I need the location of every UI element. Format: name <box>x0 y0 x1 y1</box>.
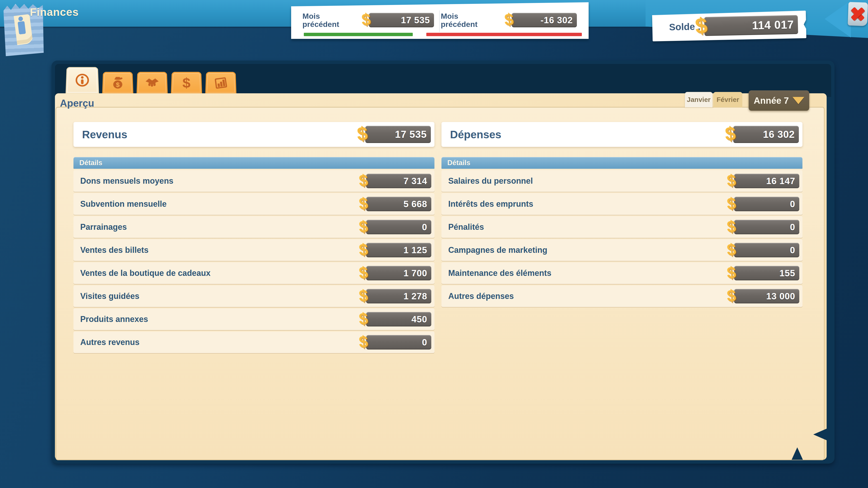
table-row: Pénalités $ 0 <box>441 216 802 238</box>
currency-icon: $ <box>726 194 737 213</box>
row-label: Produits annexes <box>80 315 148 324</box>
table-row: Ventes des billets $ 1 125 <box>73 239 434 261</box>
currency-icon: $ <box>358 194 369 213</box>
money-bag-icon: $ <box>110 75 125 90</box>
row-label: Ventes des billets <box>80 246 149 255</box>
previous-month-summary: Mois précédent $ 17 535 Mois précédent $… <box>291 2 589 39</box>
row-amount: $ 450 <box>366 312 431 326</box>
expenses-column: Dépenses $ 16 302 Détails Salaires du pe… <box>441 122 802 307</box>
income-status-bar <box>304 33 413 36</box>
currency-icon: $ <box>726 286 737 305</box>
row-label: Autres revenus <box>80 337 140 347</box>
currency-icon: $ <box>358 171 369 190</box>
expenses-rows: Salaires du personnel $ 16 147 Intérêts … <box>441 170 802 307</box>
row-label: Dons mensuels moyens <box>80 176 174 186</box>
chevron-down-icon <box>793 97 804 104</box>
month-tab-fevrier[interactable]: Février <box>713 92 742 107</box>
summary-divider <box>439 10 440 32</box>
row-amount: $ 16 147 <box>734 174 799 188</box>
currency-icon: $ <box>358 240 369 259</box>
row-label: Pénalités <box>448 222 484 232</box>
table-row: Subvention mensuelle $ 5 668 <box>73 193 434 215</box>
prev-income-amount: $ 17 535 <box>369 13 434 27</box>
tab-overview[interactable] <box>66 67 99 94</box>
row-amount: $ 0 <box>734 197 799 211</box>
table-row: Campagnes de marketing $ 0 <box>441 239 802 261</box>
table-row: Intérêts des emprunts $ 0 <box>441 193 802 215</box>
currency-icon: $ <box>726 217 737 236</box>
table-row: Autres dépenses $ 13 000 <box>441 285 802 307</box>
close-button[interactable] <box>848 2 868 26</box>
currency-icon: $ <box>504 10 514 29</box>
row-label: Parrainages <box>80 222 127 232</box>
table-row: Parrainages $ 0 <box>73 216 434 238</box>
previous-month-expense: Mois précédent $ -16 302 <box>441 8 581 33</box>
currency-icon: $ <box>724 123 737 145</box>
income-details-header: Détails <box>73 157 434 169</box>
dollar-icon: $ <box>179 75 194 90</box>
table-row: Visites guidées $ 1 278 <box>73 285 434 307</box>
row-amount: $ 7 314 <box>366 174 431 188</box>
table-row: Autres revenus $ 0 <box>73 331 434 353</box>
prev-expense-amount: $ -16 302 <box>512 13 577 27</box>
currency-icon: $ <box>358 332 369 351</box>
expenses-total-card: Dépenses $ 16 302 <box>441 122 802 147</box>
currency-icon: $ <box>694 13 708 39</box>
row-label: Salaires du personnel <box>448 176 533 186</box>
row-amount: $ 1 125 <box>366 243 431 257</box>
panel-edge-notch <box>792 447 803 460</box>
balance-banner: Solde : $ 114 017 <box>652 11 806 41</box>
table-row: Dons mensuels moyens $ 7 314 <box>73 170 434 192</box>
prev-expense-label: Mois précédent <box>441 12 477 28</box>
currency-icon: $ <box>726 171 737 190</box>
currency-icon: $ <box>358 263 369 282</box>
income-total-amount: $ 17 535 <box>365 126 431 143</box>
svg-text:$: $ <box>182 75 191 90</box>
tab-income[interactable]: $ <box>102 72 133 94</box>
svg-text:$: $ <box>116 81 120 88</box>
row-label: Ventes de la boutique de cadeaux <box>80 268 211 278</box>
table-row: Maintenance des éléments $ 155 <box>441 262 802 284</box>
row-label: Maintenance des éléments <box>448 268 551 278</box>
finances-tabs: $ $ <box>66 65 237 94</box>
row-amount: $ 1 278 <box>366 289 431 303</box>
row-amount: $ 155 <box>734 266 799 281</box>
table-row: Ventes de la boutique de cadeaux $ 1 700 <box>73 262 434 284</box>
currency-icon: $ <box>358 286 369 305</box>
handshake-icon <box>145 75 160 90</box>
row-amount: $ 13 000 <box>734 289 799 303</box>
bar-chart-icon <box>213 75 228 90</box>
close-ribbon-chevron <box>825 0 851 37</box>
table-row: Produits annexes $ 450 <box>73 308 434 330</box>
previous-month-income: Mois précédent $ 17 535 <box>303 8 438 33</box>
currency-icon: $ <box>358 217 369 236</box>
income-total-card: Revenus $ 17 535 <box>73 122 434 147</box>
finances-screen: Finances Mois précédent $ 17 535 Mois pr… <box>0 0 868 488</box>
currency-icon: $ <box>361 10 371 29</box>
row-amount: $ 0 <box>734 220 799 234</box>
income-rows: Dons mensuels moyens $ 7 314 Subvention … <box>73 170 434 353</box>
info-icon <box>75 73 90 87</box>
row-label: Campagnes de marketing <box>448 246 547 255</box>
row-label: Subvention mensuelle <box>80 199 166 209</box>
tab-sponsorship[interactable] <box>136 72 168 94</box>
balance-amount: $ 114 017 <box>704 15 798 36</box>
expenses-title: Dépenses <box>450 128 501 141</box>
page-title: Finances <box>30 6 79 18</box>
row-amount: $ 1 700 <box>366 266 431 281</box>
expense-status-bar <box>426 33 582 36</box>
year-dropdown[interactable]: Année 7 <box>749 90 809 111</box>
year-dropdown-label: Année 7 <box>754 96 789 106</box>
income-column: Revenus $ 17 535 Détails Dons mensuels m… <box>73 122 434 353</box>
panel-edge-notch <box>813 428 827 441</box>
tab-statistics[interactable] <box>205 72 237 94</box>
income-title: Revenus <box>82 128 127 141</box>
month-tab-janvier[interactable]: Janvier <box>685 92 712 107</box>
row-amount: $ 0 <box>366 335 431 350</box>
tab-finance[interactable]: $ <box>171 72 202 94</box>
prev-income-label: Mois précédent <box>303 12 339 28</box>
row-label: Autres dépenses <box>448 291 514 301</box>
expenses-details-header: Détails <box>441 157 802 169</box>
currency-icon: $ <box>726 240 737 259</box>
currency-icon: $ <box>356 123 368 145</box>
